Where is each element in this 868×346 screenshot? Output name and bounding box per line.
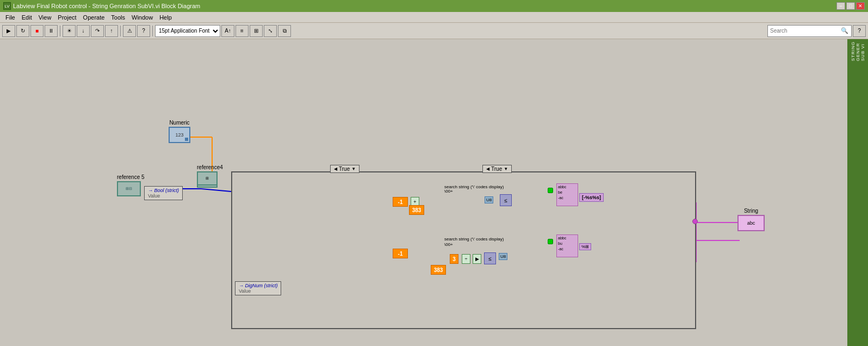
string-output-value: abc <box>747 220 755 226</box>
ref4-icon4: ⊞ <box>206 176 209 181</box>
abbc-top-l1: abbc <box>558 184 576 190</box>
val00plus2: \00+ <box>444 242 453 247</box>
block-diagram-canvas: Numeric 123 reference 5 ⊞⊟ reference4 ⊞ … <box>0 39 868 346</box>
menu-help[interactable]: Help <box>156 13 175 22</box>
abbc-top: abbc be -ac <box>556 183 578 206</box>
left-arrow2: ◀ <box>486 166 489 171</box>
menu-edit[interactable]: Edit <box>18 13 35 22</box>
neg1-top-val: -1 <box>398 199 403 205</box>
app-icon: LV <box>3 2 11 10</box>
abort-button[interactable]: ■ <box>30 25 44 37</box>
dignum-title: → DigNum (strict) <box>239 283 277 288</box>
numeric-icon: 123 <box>175 132 183 138</box>
font-size-up[interactable]: A↑ <box>221 25 234 37</box>
search-str2-label: search string ('\' codes display) <box>444 237 504 242</box>
abbc-bottom: abbc bu -ac <box>556 234 578 257</box>
run-continuously-button[interactable]: ↻ <box>16 25 29 37</box>
search-str1-label: search string ('\' codes display) <box>444 184 504 189</box>
numeric-control[interactable]: 123 <box>169 127 190 143</box>
menu-tools[interactable]: Tools <box>108 13 128 22</box>
toolbar-separator1 <box>60 26 60 36</box>
abbc-bot-l2: bu <box>558 241 576 246</box>
search-input[interactable] <box>770 28 841 34</box>
step-out-button[interactable]: ↑ <box>105 25 118 37</box>
highlight-button[interactable]: ☀ <box>63 25 76 37</box>
context-help-button[interactable]: ? <box>137 25 150 37</box>
reference5-block[interactable]: ⊞⊟ <box>117 181 141 196</box>
maximize-button[interactable]: □ <box>846 2 855 10</box>
align-button[interactable]: ≡ <box>235 25 249 37</box>
run-button[interactable]: ▶ <box>2 25 15 37</box>
reference5-label: reference 5 <box>117 174 145 180</box>
reference4-group: reference4 ⊞ ⊞ ⊞ ⊞ <box>197 164 223 171</box>
resize-button[interactable]: ⤡ <box>264 25 277 37</box>
reference4-label: reference4 <box>197 164 223 170</box>
string-output-label: String <box>744 208 758 214</box>
arrow-bottom: ▶ <box>473 254 481 264</box>
string-output-control[interactable]: abc <box>737 215 765 231</box>
bool-strict1-group: → Bool (strict) Value <box>144 186 183 200</box>
abbc-bot-l3: -ac <box>558 246 576 252</box>
ref5-icon: ⊞⊟ <box>126 187 132 191</box>
numeric-block: Numeric 123 <box>169 120 190 143</box>
toolbar-separator2 <box>120 26 121 36</box>
title-bar: LV Labview Final Robot control - String … <box>0 0 868 12</box>
bool-strict1-block[interactable]: → Bool (strict) Value <box>144 186 183 200</box>
case-true2-label: True <box>491 166 502 172</box>
font-select[interactable]: 15pt Application Font <box>155 25 220 37</box>
abbc-top-l3: -ac <box>558 195 576 201</box>
menu-project[interactable]: Project <box>54 13 79 22</box>
case-header2: ◀ True ▼ <box>482 165 512 173</box>
menu-file[interactable]: File <box>2 13 18 22</box>
neg1-block-bottom: -1 <box>393 249 408 258</box>
bool-strict1-title: → Bool (strict) <box>148 188 179 193</box>
minimize-button[interactable]: − <box>836 2 845 10</box>
abbc-bot-l1: abbc <box>558 236 576 241</box>
window-title: Labview Final Robot control - String Gen… <box>13 3 200 9</box>
format-string-block: [-%s%s] <box>579 193 604 202</box>
menu-view[interactable]: View <box>35 13 55 22</box>
neg1-bottom-val: -1 <box>398 251 403 257</box>
dignum-block[interactable]: → DigNum (strict) Value <box>235 281 281 295</box>
percent-block: %⊞ <box>579 243 591 250</box>
case-header1: ◀ True ▼ <box>330 165 359 173</box>
window-controls: − □ ✕ <box>836 2 865 10</box>
right-arrow1: ▼ <box>351 166 356 171</box>
warning-button[interactable]: ⚠ <box>123 25 136 37</box>
compare-top: ≤ <box>500 194 512 206</box>
close-button[interactable]: ✕ <box>856 2 865 10</box>
neg1-block-top: -1 <box>393 197 408 207</box>
reorder-button[interactable]: ⧉ <box>278 25 291 37</box>
help-button[interactable]: ? <box>853 25 866 37</box>
distribute-button[interactable]: ⊞ <box>250 25 263 37</box>
val383-bottom: 383 <box>431 265 446 275</box>
menu-bar: File Edit View Project Operate Tools Win… <box>0 12 868 23</box>
green-indicator-bottom <box>548 239 553 244</box>
menu-window[interactable]: Window <box>128 13 156 22</box>
pink-connector <box>692 219 698 224</box>
dignum-value: Value <box>239 288 277 294</box>
toolbar: ▶ ↻ ■ ⏸ ☀ ↓ ↷ ↑ ⚠ ? 15pt Application Fon… <box>0 23 868 39</box>
menu-operate[interactable]: Operate <box>80 13 108 22</box>
val383-top-val: 383 <box>412 207 421 213</box>
left-arrow1: ◀ <box>334 166 337 171</box>
val3-block: 3 <box>450 254 458 264</box>
divide-block: ÷ <box>462 254 470 264</box>
abbc-top-l2: be <box>558 190 576 195</box>
string-output-group: String abc <box>737 208 765 231</box>
val383-top: 383 <box>409 205 424 215</box>
step-over-button[interactable]: ↷ <box>91 25 104 37</box>
case-true1-label: True <box>339 166 350 172</box>
pause-button[interactable]: ⏸ <box>45 25 58 37</box>
numeric-label: Numeric <box>169 120 189 126</box>
u8-top: U8 <box>485 196 493 203</box>
toolbar-right: 🔍 ? <box>767 25 866 37</box>
green-indicator-top <box>548 188 553 193</box>
right-arrow2: ▼ <box>504 166 508 171</box>
reference5-group: reference 5 ⊞⊟ <box>117 174 145 181</box>
reference4-block4[interactable]: ⊞ <box>197 171 218 186</box>
search-icon: 🔍 <box>841 27 848 34</box>
val3-val: 3 <box>452 256 456 262</box>
step-into-button[interactable]: ↓ <box>77 25 90 37</box>
search-box[interactable]: 🔍 <box>767 25 852 37</box>
